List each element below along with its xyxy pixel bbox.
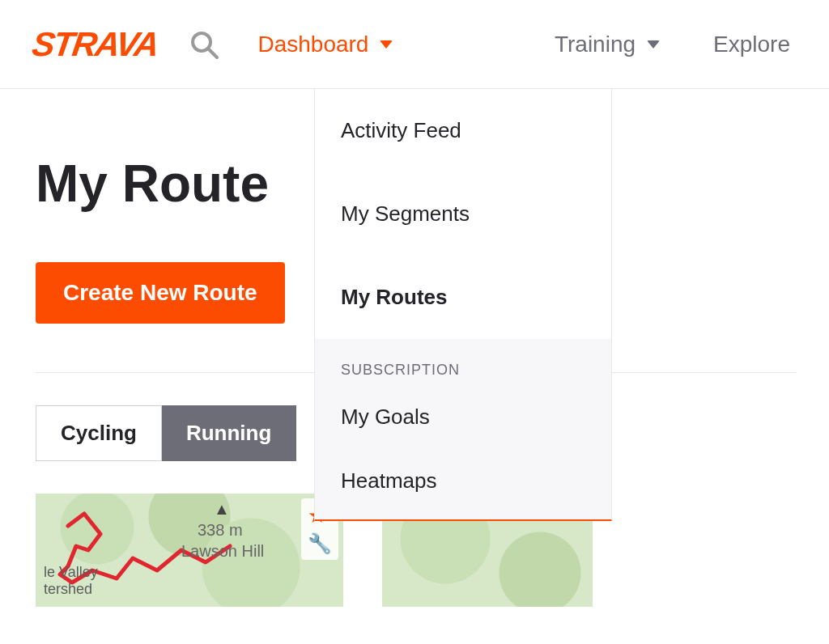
dashboard-dropdown: Activity Feed My Segments My Routes SUBS… [314,89,612,521]
dd-my-segments[interactable]: My Segments [315,172,611,256]
top-nav: STRAVA Dashboard Training Explore [0,0,829,89]
nav-training-label: Training [555,32,636,57]
place-label-2: tershed [44,581,98,599]
dd-subscription-heading: SUBSCRIPTION [341,362,585,385]
chevron-down-icon [380,40,393,49]
create-new-route-button[interactable]: Create New Route [36,262,285,324]
tab-cycling[interactable]: Cycling [36,405,162,461]
dd-subscription-section: SUBSCRIPTION My Goals Heatmaps [315,339,611,519]
dd-activity-feed[interactable]: Activity Feed [315,89,611,172]
nav-explore[interactable]: Explore [707,0,797,89]
route-card[interactable]: ▲ 338 m Lawson Hill le Valley tershed ★ … [36,494,343,607]
nav-dashboard[interactable]: Dashboard [251,0,399,89]
map-place-labels: le Valley tershed [44,564,98,599]
place-label-1: le Valley [44,564,98,582]
tab-running[interactable]: Running [162,405,296,461]
dd-my-routes[interactable]: My Routes [315,256,611,339]
nav-dashboard-label: Dashboard [257,32,368,57]
chevron-down-icon [647,40,660,49]
nav-training[interactable]: Training [548,0,666,89]
search-icon[interactable] [188,28,220,61]
elevation-label: 338 m [198,521,243,540]
svg-line-1 [209,49,217,57]
hill-label: Lawson Hill [181,542,264,561]
dd-my-goals[interactable]: My Goals [341,385,585,449]
dd-heatmaps[interactable]: Heatmaps [341,449,585,513]
peak-icon: ▲ [214,500,230,519]
wrench-icon[interactable]: 🔧 [308,534,332,553]
nav-explore-label: Explore [713,32,790,57]
brand-logo[interactable]: STRAVA [30,25,160,64]
